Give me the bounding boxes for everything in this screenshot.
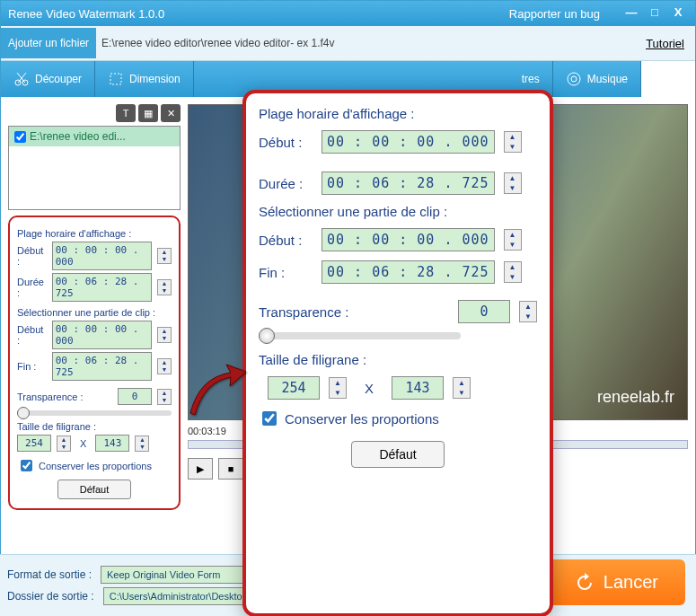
stop-button[interactable]: ■ [218, 458, 243, 480]
file-checkbox[interactable] [14, 131, 26, 143]
zoom-start-time-field[interactable]: 00 : 00 : 00 . 000 [322, 130, 495, 154]
text-watermark-button[interactable]: T [116, 104, 136, 122]
remove-button[interactable]: ✕ [161, 104, 181, 122]
scissors-icon [13, 71, 30, 87]
image-watermark-button[interactable]: ▦ [138, 104, 158, 122]
watermark-text: reneelab.fr [597, 388, 674, 407]
transparency-spinner[interactable]: ▲▼ [157, 389, 172, 405]
file-bar: Ajouter un fichier E:\renee video editor… [1, 26, 695, 61]
zoom-transparency-field[interactable]: 0 [458, 300, 510, 323]
zoom-callout: Plage horaire d'affichage : Début :00 : … [242, 90, 553, 616]
tool-dimension[interactable]: Dimension [95, 61, 194, 97]
crop-icon [108, 71, 124, 87]
zoom-label-selectclip: Sélectionner une partie de clip : [259, 204, 537, 219]
refresh-icon [575, 573, 595, 593]
titlebar: Renee Video Watermark 1.0.0 Rapporter un… [1, 1, 695, 26]
zoom-label-size: Taille de filigrane : [259, 352, 537, 367]
play-button[interactable]: ▶ [188, 458, 213, 480]
maximize-button[interactable]: □ [645, 5, 665, 22]
clip-end-field[interactable]: 00 : 06 : 28 . 725 [52, 352, 152, 381]
tool-cut[interactable]: Découper [1, 61, 95, 97]
zoom-start-spinner[interactable]: ▲▼ [504, 131, 522, 153]
transparency-slider[interactable] [17, 410, 172, 416]
callout-arrow-icon [181, 359, 253, 431]
clip-end-spinner[interactable]: ▲▼ [157, 358, 172, 374]
watermark-settings-panel: Plage horaire d'affichage : Début :00 : … [8, 216, 181, 510]
report-bug-link[interactable]: Rapporter un bug [509, 7, 600, 21]
launch-button[interactable]: Lancer [548, 559, 685, 605]
close-button[interactable]: X [668, 5, 688, 22]
clip-start-spinner[interactable]: ▲▼ [157, 327, 172, 343]
duration-field[interactable]: 00 : 06 : 28 . 725 [52, 273, 152, 302]
zoom-width-field[interactable]: 254 [268, 376, 320, 400]
transparency-field[interactable]: 0 [118, 388, 152, 405]
label-size: Taille de filigrane : [17, 421, 172, 432]
zoom-duration-field[interactable]: 00 : 06 : 28 . 725 [322, 172, 495, 195]
zoom-height-field[interactable]: 143 [392, 376, 444, 400]
svg-point-4 [571, 76, 577, 82]
keep-ratio-checkbox[interactable] [21, 460, 32, 471]
list-item[interactable]: E:\renee video edi... [9, 127, 180, 146]
tutorial-link[interactable]: Tutoriel [646, 37, 684, 50]
music-icon [566, 71, 582, 87]
clip-start-field[interactable]: 00 : 00 : 00 . 000 [52, 321, 152, 349]
zoom-clip-start-field[interactable]: 00 : 00 : 00 . 000 [322, 228, 495, 251]
zoom-transparency-slider[interactable] [259, 332, 461, 339]
zoom-clip-end-field[interactable]: 00 : 06 : 28 . 725 [322, 260, 495, 284]
minimize-button[interactable]: — [621, 5, 641, 22]
zoom-label-timerange: Plage horaire d'affichage : [259, 106, 537, 121]
start-time-field[interactable]: 00 : 00 : 00 . 000 [52, 242, 152, 270]
file-path: E:\renee video editor\renee video editor… [101, 37, 646, 49]
zoom-default-button[interactable]: Défaut [351, 441, 444, 468]
height-field[interactable]: 143 [95, 435, 129, 452]
svg-rect-2 [110, 74, 121, 84]
duration-spinner[interactable]: ▲▼ [157, 279, 172, 295]
tool-music[interactable]: Musique [553, 61, 641, 97]
file-list: E:\renee video edi... [8, 126, 181, 210]
app-title: Renee Video Watermark 1.0.0 [8, 7, 509, 21]
label-timerange: Plage horaire d'affichage : [17, 228, 172, 239]
svg-point-3 [568, 73, 580, 85]
start-time-spinner[interactable]: ▲▼ [157, 248, 172, 264]
add-file-button[interactable]: Ajouter un fichier [1, 28, 96, 58]
default-button[interactable]: Défaut [57, 480, 131, 499]
width-field[interactable]: 254 [17, 435, 51, 452]
zoom-keep-ratio-checkbox[interactable] [262, 411, 277, 426]
label-selectclip: Sélectionner une partie de clip : [17, 307, 172, 318]
